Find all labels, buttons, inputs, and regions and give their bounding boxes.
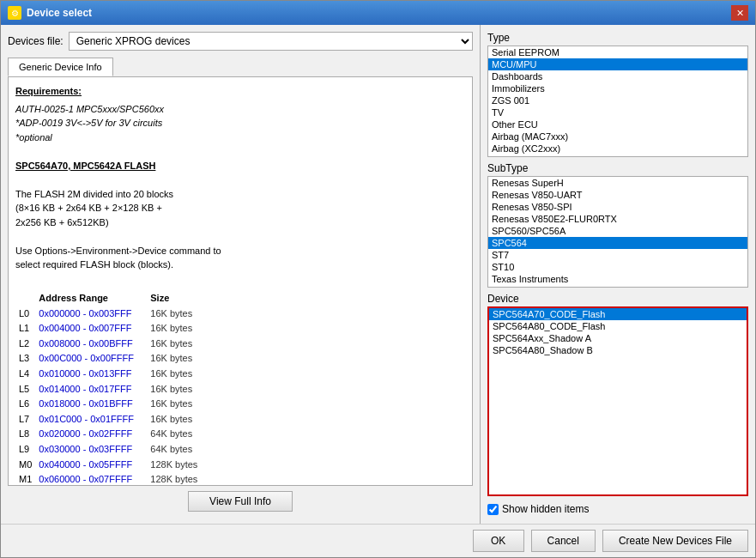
desc2: (8×16 KB + 2x64 KB + 2×128 KB + — [15, 201, 465, 215]
list-item[interactable]: Renesas V850-SPI — [488, 201, 747, 213]
create-new-devices-file-button[interactable]: Create New Devices File — [602, 530, 748, 552]
type-label: Type — [487, 32, 748, 44]
window-content: Devices file: Generic XPROG devices Gene… — [1, 25, 755, 524]
device-title: SPC564A70, MPC5642A FLASH — [15, 159, 465, 173]
desc4: Use Options->Environment->Device command… — [15, 244, 465, 258]
devices-file-label: Devices file: — [8, 35, 64, 47]
device-label: Device — [487, 293, 748, 305]
list-item[interactable]: Immobilizers — [488, 82, 747, 94]
bottom-buttons-row: OK Cancel Create New Devices File — [1, 524, 755, 557]
addr-col-header: Address Range — [35, 291, 147, 306]
table-row: L90x030000 - 0x03FFFF64K bytes — [15, 442, 465, 458]
table-row: L10x004000 - 0x007FFF16K bytes — [15, 321, 465, 337]
type-listbox[interactable]: Serial EEPROM MCU/MPU Dashboards Immobil… — [487, 45, 748, 157]
title-bar-left: ⚙ Device select — [8, 6, 92, 20]
show-hidden-label: Show hidden items — [502, 503, 589, 515]
list-item-spc564a70[interactable]: SPC564A70_CODE_Flash — [489, 308, 747, 320]
desc3: 2x256 KB + 6x512KB) — [15, 215, 465, 230]
requirements-title: Requirements: — [15, 84, 465, 99]
list-item-mcu-mpu[interactable]: MCU/MPU — [488, 58, 747, 70]
table-row: L80x020000 - 0x02FFFF64K bytes — [15, 427, 465, 442]
list-item[interactable]: Other ECU — [488, 118, 747, 130]
devices-file-row: Devices file: Generic XPROG devices — [8, 32, 473, 51]
list-item[interactable]: SPC564Axx_Shadow A — [489, 332, 747, 344]
table-row: L60x018000 - 0x01BFFF16K bytes — [15, 397, 465, 412]
table-row: L30x00C000 - 0x00FFFF16K bytes — [15, 351, 465, 367]
list-item[interactable]: ST7 — [488, 249, 747, 261]
req-line3: *optional — [15, 130, 465, 145]
table-row: L40x010000 - 0x013FFF16K bytes — [15, 367, 465, 382]
list-item[interactable]: Renesas SuperH — [488, 177, 747, 189]
subtype-listbox[interactable]: Renesas SuperH Renesas V850-UART Renesas… — [487, 176, 748, 288]
address-table: Address Range Size L00x000000 - 0x003FFF… — [15, 291, 465, 486]
list-item[interactable]: Serial EEPROM — [488, 46, 747, 58]
left-panel: Devices file: Generic XPROG devices Gene… — [1, 25, 481, 524]
list-item[interactable]: SPC560/SPC56A — [488, 225, 747, 237]
list-item[interactable]: Renesas V850-UART — [488, 189, 747, 201]
subtype-label: SubType — [487, 162, 748, 174]
type-section: Type Serial EEPROM MCU/MPU Dashboards Im… — [487, 32, 748, 157]
table-row: M00x040000 - 0x05FFFF128K bytes — [15, 458, 465, 473]
list-item[interactable]: SPC564A80_CODE_Flash — [489, 320, 747, 332]
show-hidden-checkbox[interactable] — [487, 504, 499, 515]
device-section: Device SPC564A70_CODE_Flash SPC564A80_CO… — [487, 293, 748, 496]
table-row: M10x060000 - 0x07FFFF128K bytes — [15, 472, 465, 486]
list-item[interactable]: Renesas V850E2-FLUR0RTX — [488, 213, 747, 225]
list-item[interactable]: Texas Instruments — [488, 273, 747, 285]
req-line2: *ADP-0019 3V<->5V for 3V circuits — [15, 116, 465, 130]
subtype-section: SubType Renesas SuperH Renesas V850-UART… — [487, 162, 748, 288]
desc1: The FLASH 2M divided into 20 blocks — [15, 187, 465, 202]
title-controls: ✕ — [731, 5, 748, 21]
show-hidden-row: Show hidden items — [487, 501, 748, 517]
tab-bar: Generic Device Info — [8, 58, 473, 76]
window-title: Device select — [27, 7, 92, 19]
table-row: L20x008000 - 0x00BFFF16K bytes — [15, 337, 465, 352]
device-listbox[interactable]: SPC564A70_CODE_Flash SPC564A80_CODE_Flas… — [487, 306, 748, 496]
desc5: select required FLASH block (blocks). — [15, 258, 465, 272]
list-item[interactable]: Airbag (MAC7xxx) — [488, 130, 747, 143]
list-item[interactable]: SPC564A80_Shadow B — [489, 344, 747, 356]
list-item-spc564[interactable]: SPC564 — [488, 237, 747, 249]
view-full-info-button[interactable]: View Full Info — [188, 491, 293, 512]
list-item[interactable]: ZGS 001 — [488, 94, 747, 106]
view-full-btn-row: View Full Info — [8, 486, 473, 517]
window-icon: ⚙ — [8, 6, 21, 20]
tab-generic-device-info[interactable]: Generic Device Info — [8, 58, 113, 76]
list-item[interactable]: TV — [488, 106, 747, 118]
device-select-window: ⚙ Device select ✕ Devices file: Generic … — [0, 0, 756, 558]
table-row: L00x000000 - 0x003FFF16K bytes — [15, 306, 465, 322]
table-row: L50x014000 - 0x017FFF16K bytes — [15, 382, 465, 397]
table-row: L70x01C000 - 0x01FFFF16K bytes — [15, 412, 465, 428]
right-panel: Type Serial EEPROM MCU/MPU Dashboards Im… — [481, 25, 755, 524]
req-line1: AUTH-0025-1 MPC5xxx/SPC560xx — [15, 102, 465, 117]
list-item[interactable]: Airbag (XC2xxx) — [488, 143, 747, 155]
list-item[interactable]: Dashboards — [488, 70, 747, 82]
list-item[interactable]: ST10 — [488, 261, 747, 273]
cancel-button[interactable]: Cancel — [531, 530, 596, 552]
size-col-header: Size — [147, 291, 465, 306]
close-button[interactable]: ✕ — [731, 5, 748, 21]
devices-file-select[interactable]: Generic XPROG devices — [69, 32, 473, 51]
info-area: Requirements: AUTH-0025-1 MPC5xxx/SPC560… — [8, 76, 473, 486]
title-bar: ⚙ Device select ✕ — [1, 1, 755, 25]
ok-button[interactable]: OK — [473, 530, 524, 552]
